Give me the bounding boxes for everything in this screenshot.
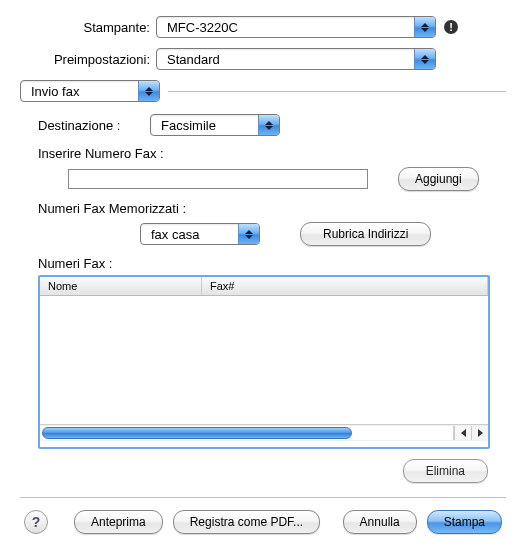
updown-arrows-icon — [238, 224, 259, 244]
scroll-left-button[interactable] — [454, 426, 471, 440]
add-button[interactable]: Aggiungi — [398, 167, 479, 191]
printer-row: Stampante: MFC-3220C ! — [20, 16, 506, 38]
fax-number-input[interactable] — [68, 169, 368, 189]
fax-number-input-row: Aggiungi — [68, 167, 506, 191]
presets-select-value: Standard — [167, 52, 414, 67]
pane-select[interactable]: Invio fax — [20, 80, 160, 102]
pane-select-row: Invio fax — [20, 80, 506, 102]
printer-select[interactable]: MFC-3220C — [156, 16, 436, 38]
chevron-right-icon — [478, 429, 483, 437]
destination-select-value: Facsimile — [161, 118, 258, 133]
bottom-button-row: ? Anteprima Registra come PDF... Annulla… — [20, 510, 506, 534]
column-header-name[interactable]: Nome — [40, 277, 202, 295]
presets-select[interactable]: Standard — [156, 48, 436, 70]
fax-list-body[interactable] — [40, 296, 488, 424]
delete-row: Elimina — [20, 459, 488, 483]
column-header-fax[interactable]: Fax# — [202, 277, 488, 295]
destination-label: Destinazione : — [38, 118, 150, 133]
separator-line — [168, 91, 506, 92]
chevron-left-icon — [461, 429, 466, 437]
save-as-pdf-button[interactable]: Registra come PDF... — [173, 510, 320, 534]
printer-label: Stampante: — [20, 20, 156, 35]
preview-button[interactable]: Anteprima — [74, 510, 163, 534]
help-button[interactable]: ? — [24, 510, 48, 534]
print-dialog: Stampante: MFC-3220C ! Preimpostazioni: … — [0, 0, 526, 546]
scrollbar-track[interactable] — [40, 426, 454, 440]
address-book-button[interactable]: Rubrica Indirizzi — [300, 222, 431, 246]
printer-select-value: MFC-3220C — [167, 20, 414, 35]
stored-numbers-label: Numeri Fax Memorizzati : — [38, 201, 506, 216]
stored-numbers-select[interactable]: fax casa — [140, 223, 260, 245]
scrollbar-thumb[interactable] — [42, 427, 352, 439]
print-button[interactable]: Stampa — [427, 510, 502, 534]
presets-row: Preimpostazioni: Standard — [20, 48, 506, 70]
fax-list-label: Numeri Fax : — [38, 256, 506, 271]
stored-numbers-row: fax casa Rubrica Indirizzi — [140, 222, 506, 246]
destination-select[interactable]: Facsimile — [150, 114, 280, 136]
delete-button[interactable]: Elimina — [403, 459, 488, 483]
warning-icon: ! — [444, 20, 458, 34]
bottom-divider — [20, 497, 506, 498]
scroll-right-button[interactable] — [471, 426, 488, 440]
stored-numbers-value: fax casa — [151, 227, 238, 242]
updown-arrows-icon — [414, 17, 435, 37]
fax-number-input-label: Inserire Numero Fax : — [38, 146, 506, 161]
updown-arrows-icon — [414, 49, 435, 69]
fax-list-header: Nome Fax# — [40, 277, 488, 296]
updown-arrows-icon — [138, 81, 159, 101]
updown-arrows-icon — [258, 115, 279, 135]
cancel-button[interactable]: Annulla — [343, 510, 417, 534]
horizontal-scrollbar[interactable] — [40, 424, 488, 441]
destination-row: Destinazione : Facsimile — [20, 114, 506, 136]
pane-select-value: Invio fax — [31, 84, 138, 99]
presets-label: Preimpostazioni: — [20, 52, 156, 67]
fax-list-box: Nome Fax# — [38, 275, 490, 449]
